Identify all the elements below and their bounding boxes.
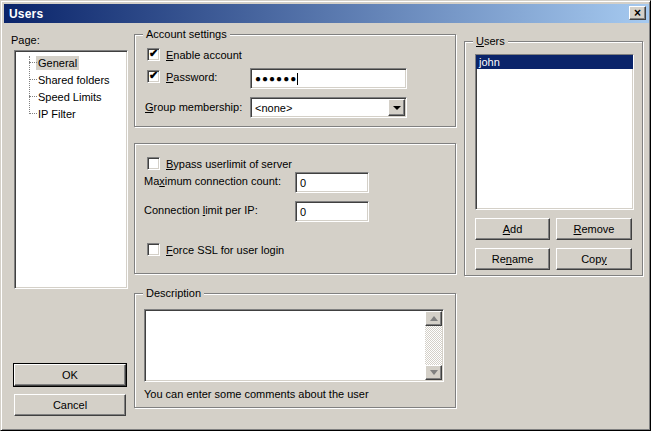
ok-button-label: OK — [62, 369, 78, 381]
add-user-button[interactable]: Add — [475, 218, 550, 240]
titlebar[interactable]: Users × — [4, 4, 649, 23]
force-ssl-checkbox[interactable] — [147, 243, 160, 256]
combo-dropdown-button[interactable] — [388, 99, 405, 116]
connection-limits-group: Bypass userlimit of server Maximum conne… — [134, 143, 456, 274]
copy-user-button-label: Copy — [581, 253, 607, 265]
account-settings-group: Account settings Enable account Password… — [134, 34, 456, 127]
password-input[interactable]: ●●●●●● — [250, 68, 407, 89]
tree-item-label: Speed Limits — [36, 90, 104, 104]
users-listbox[interactable]: john — [475, 54, 634, 210]
password-checkbox[interactable] — [147, 70, 160, 83]
account-settings-title: Account settings — [143, 28, 230, 40]
description-group: Description You can enter some comments … — [134, 293, 456, 408]
enable-account-row: Enable account — [147, 48, 242, 61]
bypass-userlimit-checkbox[interactable] — [147, 157, 160, 170]
ok-button[interactable]: OK — [14, 364, 126, 386]
user-list-item[interactable]: john — [476, 55, 633, 69]
cancel-button[interactable]: Cancel — [14, 394, 126, 416]
tree-item-speed-limits[interactable]: Speed Limits — [15, 88, 127, 105]
copy-user-button[interactable]: Copy — [556, 248, 632, 270]
connection-limit-per-ip-input[interactable]: 0 — [295, 201, 369, 222]
force-ssl-row: Force SSL for user login — [147, 243, 284, 256]
user-name: john — [479, 56, 500, 68]
remove-user-button-label: Remove — [574, 223, 615, 235]
description-scrollbar[interactable] — [425, 311, 442, 380]
tree-item-label: Shared folders — [36, 73, 112, 87]
page-label: Page: — [11, 34, 40, 46]
connection-limit-per-ip-label: Connection limit per IP: — [144, 204, 258, 216]
chevron-down-icon — [393, 106, 401, 110]
enable-account-checkbox[interactable] — [147, 48, 160, 61]
tree-item-label: IP Filter — [36, 107, 78, 121]
users-dialog: Users × Page: General Shared folders Spe… — [0, 0, 651, 431]
max-connection-count-value: 0 — [300, 177, 306, 189]
tree-item-general[interactable]: General — [15, 54, 127, 71]
cancel-button-label: Cancel — [53, 399, 87, 411]
users-group-title: Users — [473, 35, 508, 47]
add-user-button-label: Add — [503, 223, 523, 235]
password-masked-value: ●●●●●● — [255, 74, 297, 84]
description-title: Description — [143, 287, 204, 299]
group-membership-value: <none> — [255, 102, 292, 114]
arrow-down-icon — [430, 370, 438, 375]
description-hint: You can enter some comments about the us… — [144, 388, 369, 400]
enable-account-label[interactable]: Enable account — [166, 49, 242, 61]
rename-user-button[interactable]: Rename — [475, 248, 550, 270]
rename-user-button-label: Rename — [492, 253, 534, 265]
tree-item-label: General — [36, 56, 79, 70]
tree-item-shared-folders[interactable]: Shared folders — [15, 71, 127, 88]
users-group: Users john Add Remove Rename Copy — [464, 41, 643, 276]
tree-item-ip-filter[interactable]: IP Filter — [15, 105, 127, 122]
password-row: Password: — [147, 70, 217, 83]
password-label[interactable]: Password: — [166, 71, 217, 83]
bypass-userlimit-label[interactable]: Bypass userlimit of server — [166, 158, 292, 170]
text-caret — [297, 73, 298, 85]
max-connection-count-input[interactable]: 0 — [295, 172, 369, 193]
group-membership-select[interactable]: <none> — [250, 97, 407, 118]
window-title: Users — [4, 7, 43, 21]
max-connection-count-label: Maximum connection count: — [144, 175, 281, 187]
force-ssl-label[interactable]: Force SSL for user login — [166, 244, 284, 256]
bypass-userlimit-row: Bypass userlimit of server — [147, 157, 292, 170]
connection-limit-per-ip-value: 0 — [300, 206, 306, 218]
scroll-up-button[interactable] — [425, 311, 442, 326]
close-icon: × — [634, 8, 641, 18]
scroll-down-button[interactable] — [425, 365, 442, 380]
page-tree: General Shared folders Speed Limits IP F… — [14, 50, 128, 289]
remove-user-button[interactable]: Remove — [556, 218, 632, 240]
description-textarea[interactable] — [144, 309, 444, 382]
close-button[interactable]: × — [629, 6, 646, 20]
group-membership-label: Group membership: — [145, 101, 242, 113]
arrow-up-icon — [430, 316, 438, 321]
